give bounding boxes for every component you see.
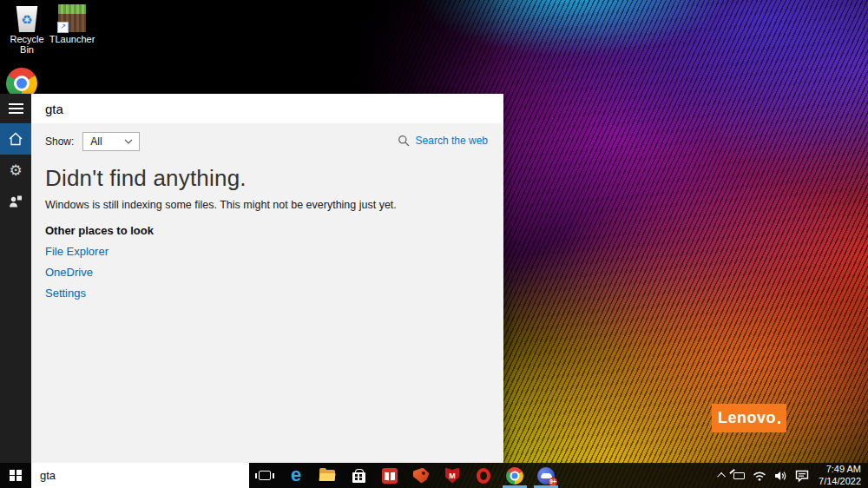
game-controller-icon: 9+ — [537, 467, 555, 485]
sidebar-item-feedback[interactable] — [0, 186, 31, 217]
lenovo-logo-dot — [778, 421, 780, 424]
task-view-button[interactable] — [249, 463, 280, 488]
clock-date: 7/14/2022 — [819, 476, 861, 488]
taskbar-search-value: gta — [40, 469, 56, 482]
desktop-screen: Lenovo Recycle Bin TLauncher ⚙ — [0, 0, 868, 488]
taskbar-app-mcafee[interactable] — [437, 463, 468, 488]
taskbar: gta — [0, 463, 868, 488]
taskbar-app-store[interactable] — [343, 463, 374, 488]
feedback-person-icon — [8, 194, 23, 209]
taskbar-apps: 9+ — [249, 463, 562, 488]
taskbar-app-opera[interactable] — [468, 463, 499, 488]
search-flyout: ⚙ Show: All — [0, 94, 503, 463]
search-input[interactable] — [31, 94, 503, 123]
desktop-icon-label: Recycle Bin — [3, 34, 50, 55]
wifi-icon — [753, 471, 766, 481]
sidebar-item-home[interactable] — [0, 123, 31, 155]
taskbar-search-box[interactable]: gta — [31, 463, 249, 488]
menu-button[interactable] — [0, 94, 31, 123]
recycle-bin-icon — [15, 4, 39, 32]
chrome-icon — [506, 467, 523, 485]
search-the-web-label: Search the web — [416, 135, 488, 147]
tray-overflow-button[interactable] — [720, 472, 726, 478]
other-places-heading: Other places to look — [45, 224, 503, 237]
link-onedrive[interactable]: OneDrive — [45, 266, 503, 279]
tray-hardware-button[interactable] — [733, 472, 745, 479]
notification-badge: 9+ — [549, 478, 557, 486]
microsoft-store-icon — [352, 472, 365, 483]
sidebar-item-settings[interactable]: ⚙ — [0, 155, 31, 186]
chevron-down-icon — [124, 139, 133, 144]
tray-volume-button[interactable] — [774, 471, 787, 481]
windows-logo-icon — [10, 470, 22, 482]
action-center-button[interactable] — [795, 470, 809, 482]
link-settings[interactable]: Settings — [45, 287, 503, 300]
desktop-icon-recycle-bin[interactable]: Recycle Bin — [3, 4, 50, 55]
taskbar-app-edge[interactable] — [280, 463, 312, 488]
task-view-icon — [259, 471, 271, 480]
opera-icon — [477, 468, 490, 484]
mcafee-shield-icon — [445, 468, 459, 484]
clock-time: 7:49 AM — [819, 464, 861, 476]
no-results-heading: Didn't find anything. — [45, 165, 503, 192]
reader-book-icon — [382, 468, 398, 484]
system-tray: 7:49 AM 7/14/2022 — [720, 463, 868, 488]
taskbar-clock[interactable]: 7:49 AM 7/14/2022 — [817, 464, 861, 488]
indexing-message: Windows is still indexing some files. Th… — [45, 199, 503, 211]
file-explorer-icon — [319, 470, 335, 481]
taskbar-app-games[interactable]: 9+ — [530, 463, 562, 488]
search-results-area: Show: All Search the web Didn't find any… — [31, 123, 503, 463]
edge-icon — [291, 466, 301, 485]
taskbar-app-foxit[interactable] — [405, 463, 437, 488]
tray-wifi-button[interactable] — [753, 471, 766, 481]
pen-device-icon — [733, 472, 745, 479]
action-center-icon — [795, 470, 809, 482]
tlauncher-minecraft-icon — [58, 4, 86, 32]
link-file-explorer[interactable]: File Explorer — [45, 245, 503, 258]
search-the-web-link[interactable]: Search the web — [398, 135, 488, 147]
gear-icon: ⚙ — [9, 163, 22, 178]
start-button[interactable] — [0, 463, 31, 488]
desktop-icon-tlauncher[interactable]: TLauncher — [49, 4, 95, 44]
search-flyout-sidebar: ⚙ — [0, 94, 31, 463]
hamburger-icon — [9, 108, 23, 109]
show-label: Show: — [45, 135, 74, 148]
taskbar-app-file-explorer[interactable] — [312, 463, 343, 488]
lenovo-logo: Lenovo — [712, 404, 786, 432]
speaker-icon — [774, 471, 787, 481]
lenovo-logo-text: Lenovo — [718, 409, 776, 427]
home-icon — [8, 131, 23, 147]
controller-pad — [542, 473, 551, 478]
filter-dropdown[interactable]: All — [82, 132, 140, 151]
taskbar-app-chrome[interactable] — [499, 463, 530, 488]
foxit-fox-icon — [413, 468, 430, 484]
desktop-icon-label: TLauncher — [49, 34, 95, 44]
search-panel-header — [31, 94, 503, 123]
search-icon — [398, 135, 410, 147]
chevron-up-icon — [717, 472, 726, 481]
taskbar-app-reader[interactable] — [374, 463, 405, 488]
filter-dropdown-value: All — [90, 135, 102, 148]
